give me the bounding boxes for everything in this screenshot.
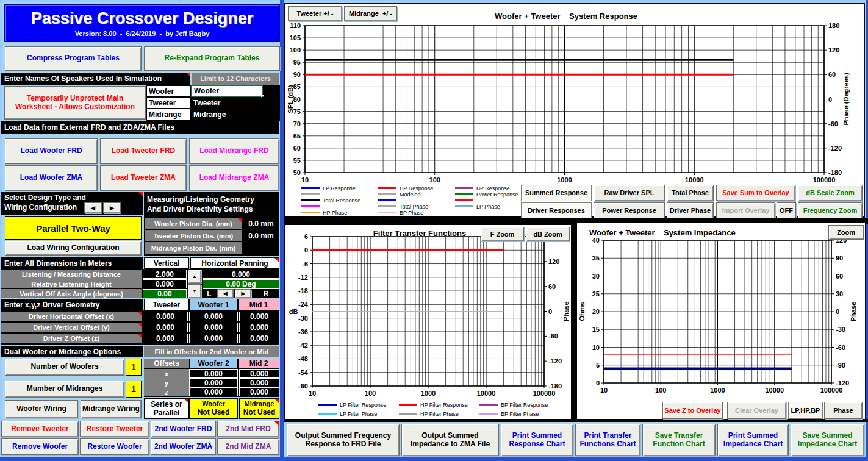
second-woofer-frd-button[interactable]: 2nd Woofer FRD — [151, 421, 216, 437]
offset2-y-woofer2[interactable]: 0.000 — [189, 378, 238, 387]
midrange-level-button[interactable]: Midrange +/ - — [344, 6, 397, 21]
second-mid-frd-button[interactable]: 2nd Mid FRD — [217, 421, 279, 437]
remove-tweeter-button[interactable]: Remove Tweeter — [1, 421, 79, 437]
print-summed-impedance-button[interactable]: Print Summed Impedance Chart — [717, 424, 789, 456]
raw-driver-spl-button[interactable]: Raw Driver SPL — [594, 185, 665, 201]
listening-height-value[interactable]: 0.000 — [143, 279, 187, 288]
remove-woofer-button[interactable]: Remove Woofer — [1, 438, 79, 455]
restore-woofer-button[interactable]: Restore Woofer — [80, 438, 149, 455]
save-z-to-overlay-button[interactable]: Save Z to Overlay — [662, 402, 723, 419]
load-midrange-zma-button[interactable]: Load Midrange ZMA — [189, 165, 279, 191]
midrange-piston-value[interactable] — [243, 242, 279, 254]
load-midrange-frd-button[interactable]: Load Midrange FRD — [189, 138, 279, 164]
print-summed-response-button[interactable]: Print Summed Response Chart — [501, 424, 573, 456]
tweeter-piston-value[interactable]: 0.0 mm — [243, 230, 279, 241]
woofer-wiring-button[interactable]: Woofer Wiring — [5, 400, 78, 418]
number-of-midranges-button[interactable]: Mumber of Midranges — [5, 381, 124, 398]
restore-tweeter-button[interactable]: Restore Tweeter — [80, 421, 149, 437]
power-response-button[interactable]: Power Response — [594, 202, 665, 219]
offset-z-woofer1[interactable]: 0.000 — [189, 334, 238, 343]
offset-y-woofer1[interactable]: 0.000 — [189, 323, 238, 332]
save-summed-impedance-button[interactable]: Save Summed Impedance Chart — [791, 424, 864, 456]
offset2-y-mid2[interactable]: 0.000 — [239, 378, 279, 387]
legend-entry: BP Filter Phase — [479, 410, 539, 417]
legend-swatch — [479, 413, 498, 415]
load-woofer-frd-button[interactable]: Load Woofer FRD — [5, 138, 98, 164]
number-of-midranges-value[interactable]: 1 — [126, 381, 142, 398]
number-of-woofers-value[interactable]: 1 — [126, 359, 142, 376]
overlay-off-button[interactable]: OFF — [777, 202, 796, 219]
db-zoom-button[interactable]: dB Zoom — [526, 227, 570, 241]
woofer-piston-value[interactable]: 0.0 mm — [243, 218, 279, 229]
offset-y-tweeter[interactable]: 0.000 — [143, 323, 188, 332]
import-overlay-button[interactable]: Import Overlay — [716, 202, 775, 219]
listening-distance-value[interactable]: 2.000 — [143, 270, 187, 279]
load-wiring-config-button[interactable]: Load Wiring Configuration — [5, 241, 142, 256]
save-transfer-function-button[interactable]: Save Transfer Function Chart — [642, 424, 716, 456]
name-label-tweeter: Tweeter — [146, 97, 190, 109]
offset-z-tweeter[interactable]: 0.000 — [143, 334, 188, 343]
tweeter-name-cell[interactable]: Tweeter — [191, 97, 279, 109]
xyz-header-woofer1: Woofer 1 — [189, 299, 238, 310]
offset-x-tweeter[interactable]: 0.000 — [143, 312, 188, 321]
driver-responses-tab[interactable]: Driver Responses — [521, 202, 592, 219]
offset-z-mid1[interactable]: 0.000 — [239, 334, 279, 343]
second-mid-zma-button[interactable]: 2nd Mid ZMA — [217, 438, 279, 455]
f-zoom-button[interactable]: F Zoom — [481, 227, 524, 241]
compress-tables-button[interactable]: Compress Program Tables — [5, 46, 142, 71]
filter-transfer-panel: -60-54-48-42-36-30-24-18-12-606-180-120-… — [284, 224, 572, 420]
pan-left-button[interactable]: ◀ — [217, 289, 234, 298]
woofer-not-used-cell[interactable]: Woofer Not Used — [189, 398, 238, 419]
legend-swatch — [378, 199, 396, 201]
reexpand-tables-button[interactable]: Re-Expand Program Tables — [144, 46, 280, 71]
clear-overlay-button[interactable]: Clear Overlay — [727, 402, 786, 419]
offset2-z-mid2[interactable]: 0.000 — [239, 387, 279, 396]
unprotect-worksheet-button[interactable]: Temporarily Unprotect Main Worksheet - A… — [4, 86, 146, 120]
load-tweeter-zma-button[interactable]: Load Tweeter ZMA — [100, 165, 187, 191]
legend-swatch — [455, 199, 473, 201]
offset-y-mid1[interactable]: 0.000 — [239, 323, 279, 332]
design-type-cell[interactable]: Parallel Two-Way — [5, 216, 142, 240]
svg-text:-60: -60 — [836, 344, 845, 351]
series-parallel-cell[interactable]: Series or Parallel — [144, 398, 189, 419]
lp-hp-bp-button[interactable]: LP,HP,BP — [788, 402, 823, 419]
pan-right-button[interactable]: ▶ — [235, 289, 251, 298]
second-woofer-zma-button[interactable]: 2nd Woofer ZMA — [151, 438, 216, 455]
design-prev-button[interactable]: ◀ — [84, 202, 102, 213]
vertical-spin-down-button[interactable]: ▼ — [188, 284, 201, 298]
off-axis-angle-value[interactable]: 0.00 — [143, 289, 187, 298]
load-tweeter-frd-button[interactable]: Load Tweeter FRD — [100, 138, 187, 164]
summed-response-tab[interactable]: Summed Response — [521, 185, 592, 201]
offset-x-mid1[interactable]: 0.000 — [239, 312, 279, 321]
midrange-wiring-button[interactable]: Midrange Wiring — [81, 400, 142, 418]
geometry-settings-line2: And Driver Directivity Settings — [147, 204, 253, 214]
legend-swatch — [479, 404, 498, 406]
design-next-button[interactable]: ▶ — [103, 202, 121, 213]
load-woofer-zma-button[interactable]: Load Woofer ZMA — [5, 165, 98, 191]
offset2-x-woofer2[interactable]: 0.000 — [189, 369, 238, 378]
offset-x-woofer1[interactable]: 0.000 — [189, 312, 238, 321]
vertical-spin-up-button[interactable]: ▲ — [188, 270, 201, 284]
impedance-zoom-button[interactable]: Zoom — [828, 225, 864, 240]
total-phase-button[interactable]: Total Phase — [667, 185, 714, 201]
driver-phase-button[interactable]: Driver Phase — [667, 202, 714, 219]
output-zma-button[interactable]: Output Summed Impedance to ZMA File — [401, 424, 499, 456]
tweeter-level-button[interactable]: Tweeter +/ - — [288, 6, 342, 21]
number-of-woofers-button[interactable]: Number of Woofers — [5, 359, 124, 376]
print-transfer-functions-button[interactable]: Print Transfer Functions Chart — [575, 424, 640, 456]
svg-text:-12: -12 — [298, 274, 308, 281]
horizontal-panning-value[interactable]: 0.000 — [203, 270, 279, 279]
woofer-name-cell[interactable]: Woofer — [191, 85, 263, 97]
save-sum-to-overlay-button[interactable]: Save Sum to Overlay — [716, 185, 795, 201]
impedance-phase-button[interactable]: Phase — [824, 402, 863, 419]
output-frd-button[interactable]: Output Summed Frequency Response to FRD … — [287, 424, 400, 456]
midrange-name-cell[interactable]: Midrange — [191, 109, 279, 120]
db-scale-zoom-button[interactable]: dB Scale Zoom — [798, 185, 863, 201]
svg-text:90: 90 — [836, 254, 843, 262]
offset2-x-mid2[interactable]: 0.000 — [239, 369, 279, 378]
legend-label: LP Response — [323, 185, 356, 191]
frequency-zoom-button[interactable]: Frequency Zoom — [798, 202, 863, 219]
offset2-z-woofer2[interactable]: 0.000 — [189, 387, 238, 396]
svg-text:35: 35 — [592, 254, 600, 262]
midrange-not-used-cell[interactable]: Midrange Not Used — [239, 398, 279, 419]
